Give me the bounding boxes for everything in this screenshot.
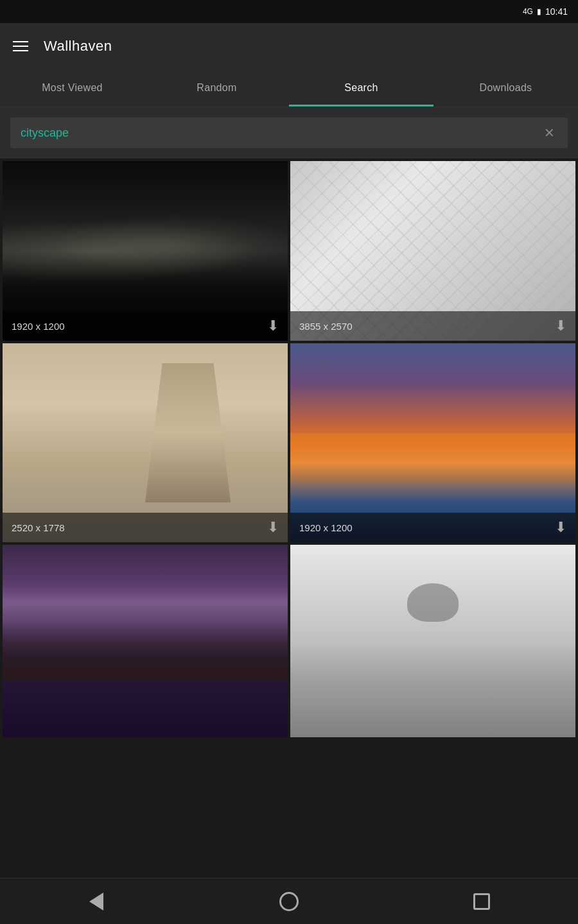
image-4-download-icon[interactable]: ⬇ <box>555 519 566 536</box>
tab-bar: Most Viewed Random Search Downloads <box>0 69 578 107</box>
image-5-preview <box>3 545 288 737</box>
image-2-resolution: 3855 x 2570 <box>299 321 353 332</box>
image-2-overlay: 3855 x 2570 ⬇ <box>290 311 575 341</box>
image-grid: 1920 x 1200 ⬇ 3855 x 2570 ⬇ 2520 x 1778 … <box>0 158 578 740</box>
image-3-overlay: 2520 x 1778 ⬇ <box>3 513 288 542</box>
image-4-overlay: 1920 x 1200 ⬇ <box>290 513 575 542</box>
hamburger-line-1 <box>13 41 28 42</box>
image-card-3[interactable]: 2520 x 1778 ⬇ <box>3 343 288 542</box>
tab-random[interactable]: Random <box>144 69 289 107</box>
tab-downloads[interactable]: Downloads <box>434 69 578 107</box>
hamburger-line-2 <box>13 46 28 47</box>
signal-icon: 4G <box>523 7 533 16</box>
battery-icon: ▮ <box>537 7 541 16</box>
image-2-download-icon[interactable]: ⬇ <box>555 318 566 334</box>
image-card-5[interactable] <box>3 545 288 737</box>
image-1-download-icon[interactable]: ⬇ <box>267 318 279 334</box>
image-card-6[interactable] <box>290 545 575 737</box>
search-input-wrapper: ✕ <box>10 117 568 148</box>
status-bar: 4G ▮ 10:41 <box>0 0 578 23</box>
search-clear-button[interactable]: ✕ <box>541 125 557 141</box>
tab-most-viewed[interactable]: Most Viewed <box>0 69 144 107</box>
app-bar: Wallhaven <box>0 23 578 69</box>
hamburger-menu[interactable] <box>13 41 28 51</box>
nav-back-button[interactable] <box>77 882 116 921</box>
image-1-overlay: 1920 x 1200 ⬇ <box>3 311 288 341</box>
nav-home-button[interactable] <box>270 882 308 921</box>
tab-random-label: Random <box>197 82 236 93</box>
image-6-preview <box>290 545 575 737</box>
search-input[interactable] <box>21 126 541 140</box>
image-1-resolution: 1920 x 1200 <box>12 321 65 332</box>
image-3-resolution: 2520 x 1778 <box>12 522 65 533</box>
search-area: ✕ <box>0 107 578 158</box>
tab-downloads-label: Downloads <box>480 82 532 93</box>
image-card-1[interactable]: 1920 x 1200 ⬇ <box>3 161 288 341</box>
status-icons: 4G ▮ 10:41 <box>523 6 568 17</box>
status-time: 10:41 <box>545 6 568 17</box>
image-card-4[interactable]: 1920 x 1200 ⬇ <box>290 343 575 542</box>
image-3-download-icon[interactable]: ⬇ <box>267 519 279 536</box>
tab-search[interactable]: Search <box>289 69 434 107</box>
tab-search-label: Search <box>344 82 378 93</box>
nav-recent-button[interactable] <box>462 882 501 921</box>
tab-most-viewed-label: Most Viewed <box>42 82 103 93</box>
hamburger-line-3 <box>13 50 28 51</box>
bottom-nav <box>0 878 578 924</box>
app-title: Wallhaven <box>44 38 112 55</box>
image-card-2[interactable]: 3855 x 2570 ⬇ <box>290 161 575 341</box>
image-4-resolution: 1920 x 1200 <box>299 522 353 533</box>
